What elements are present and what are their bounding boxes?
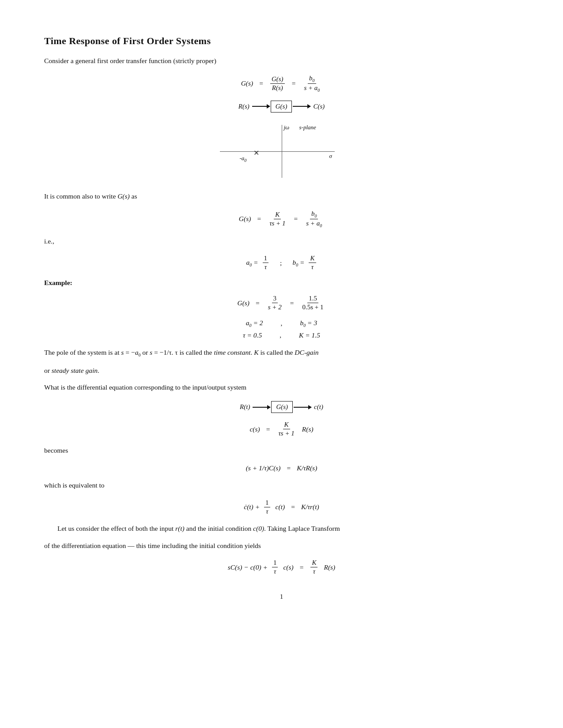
ex-val-tau: τ = 0.5	[243, 331, 262, 339]
eq1-frac2-num: b0	[308, 75, 316, 84]
eq3-frac-den: τ	[263, 263, 268, 271]
pole-paragraph: The pole of the system is at s = −a0 or …	[44, 347, 519, 359]
cs-equation: c(s) = K τs + 1 R(s)	[44, 421, 519, 437]
eq1-frac2: b0 s + a0	[302, 75, 321, 93]
cs-eq-equals: =	[266, 425, 270, 433]
ex-frac1: 3 s + 2	[267, 295, 283, 311]
or-steady-state: or steady state gain.	[44, 365, 519, 376]
ex-val-comma1: ,	[281, 319, 283, 327]
becomes-equals: =	[287, 464, 291, 472]
equation-1: G(s) = G(s) R(s) = b0 s + a0	[44, 75, 519, 93]
becomes-lhs: (s + 1/τ)C(s)	[246, 464, 281, 472]
ie-label: i.e.,	[44, 236, 519, 247]
eq2-frac1-den: τs + 1	[268, 219, 287, 227]
ex-val-comma2: ,	[280, 331, 281, 339]
ode-equals: =	[291, 503, 295, 511]
pole-text: The pole of the system is at s = −a0 or …	[44, 349, 319, 356]
final-eq-lhs1: sC(s) − c(0) +	[228, 563, 268, 571]
splane-haxis	[220, 151, 335, 152]
ex-val-k: K = 1.5	[299, 331, 320, 339]
bd2-arrow1	[253, 407, 270, 408]
splane-plane-label: s-plane	[299, 124, 316, 131]
page-number: 1	[44, 593, 519, 600]
laplace-text2: of the differentiation equation — this t…	[44, 542, 261, 549]
cs-eq-rs: R(s)	[302, 425, 314, 433]
ode-question: What is the differential equation corres…	[44, 382, 519, 393]
cs-frac: K τs + 1	[277, 421, 295, 437]
eq3-frac2-num: K	[309, 255, 316, 263]
ex-frac1-num: 3	[272, 295, 278, 303]
or-text: or steady state gain.	[44, 367, 99, 374]
ex-eq-equals2: =	[290, 299, 294, 307]
splane-jw-label: jω	[284, 124, 290, 131]
eq2-frac2: b0 s + a0	[305, 210, 323, 228]
eq2-lhs: G(s)	[239, 215, 251, 223]
eq2-equals2: =	[294, 215, 298, 223]
ex-frac2: 1.5 0.5s + 1	[301, 295, 325, 311]
write-gs-text: It is common also to write G(s) as	[44, 192, 137, 200]
splane-diagram-container: jω s-plane σ ✕ -a0	[44, 120, 519, 182]
bd1-r-label: R(s)	[238, 103, 249, 110]
splane-pole-cross: ✕	[253, 149, 259, 157]
example-equation: G(s) = 3 s + 2 = 1.5 0.5s + 1	[44, 295, 519, 311]
final-equation: sC(s) − c(0) + 1 τ c(s) = K τ R(s)	[44, 559, 519, 575]
ode-equation: ċ(t) + 1 τ c(t) = K/τr(t)	[44, 499, 519, 515]
example-label: Example:	[44, 279, 519, 287]
ode-lhs1: ċ(t) +	[244, 503, 260, 511]
eq3-frac: 1 τ	[263, 255, 269, 271]
ie-text: i.e.,	[44, 237, 54, 245]
eq1-frac2-den: s + a0	[302, 84, 321, 93]
laplace-paragraph: Let us consider the effect of both the i…	[57, 523, 519, 534]
laplace-paragraph2: of the differentiation equation — this t…	[44, 540, 519, 552]
eq1-equals2: =	[292, 79, 296, 87]
splane-a0-label: -a0	[240, 155, 247, 163]
ode-frac-num: 1	[264, 499, 270, 507]
becomes-text: becomes	[44, 447, 68, 454]
final-eq-equals: =	[300, 563, 304, 571]
bd1-c-label: C(s)	[313, 103, 325, 110]
ex-frac2-den: 0.5s + 1	[301, 303, 325, 311]
eq1-lhs: G(s)	[241, 79, 253, 87]
intro-text: Consider a general first order transfer …	[44, 57, 216, 64]
cs-frac-den: τs + 1	[277, 429, 295, 437]
becomes-equation: (s + 1/τ)C(s) = K/τR(s)	[44, 464, 519, 472]
becomes-rhs: K/τR(s)	[297, 464, 317, 472]
eq3-sep: ;	[280, 259, 282, 267]
ex-frac2-num: 1.5	[307, 295, 318, 303]
intro-paragraph: Consider a general first order transfer …	[44, 56, 519, 67]
bd1-box: G(s)	[271, 101, 292, 113]
bd2-r-label: R(t)	[240, 403, 250, 411]
ex-val-a0: a0 = 2	[246, 319, 263, 328]
final-frac1: 1 τ	[272, 559, 278, 575]
equation-2: G(s) = K τs + 1 = b0 s + a0	[44, 210, 519, 228]
final-frac1-num: 1	[272, 559, 278, 567]
bd1-arrow1	[252, 106, 270, 107]
page-title: Time Response of First Order Systems	[44, 35, 519, 47]
which-text: which is equivalent to	[44, 480, 519, 491]
cs-eq-lhs: c(s)	[249, 425, 260, 433]
eq2-frac1: K τs + 1	[268, 211, 287, 227]
block-diagram-2: R(t) G(s) c(t)	[44, 401, 519, 413]
eq3-frac-num: 1	[263, 255, 269, 263]
splane-sigma-label: σ	[329, 153, 332, 160]
eq1-equals: =	[259, 79, 263, 87]
eq2-frac2-den: s + a0	[305, 219, 323, 228]
ex-frac1-den: s + 2	[267, 303, 283, 311]
bd2-c-label: c(t)	[314, 403, 323, 411]
eq2-frac1-num: K	[274, 211, 281, 219]
ode-frac-den: τ	[264, 507, 269, 515]
bd2-box: G(s)	[271, 401, 293, 413]
ex-val-b0: b0 = 3	[300, 319, 317, 328]
laplace-text1: Let us consider the effect of both the i…	[57, 525, 340, 532]
eq1-frac1: G(s) R(s)	[270, 75, 285, 92]
eq3-frac2: K τ	[309, 255, 316, 271]
which-text-span: which is equivalent to	[44, 481, 104, 489]
final-frac2-num: K	[310, 559, 317, 567]
ode-rhs: K/τr(t)	[301, 503, 319, 511]
ode-lhs2: c(t)	[276, 503, 285, 511]
page-number-text: 1	[280, 593, 283, 600]
eq2-frac2-num: b0	[310, 210, 318, 219]
block-diagram-1: R(s) G(s) C(s)	[44, 101, 519, 113]
final-frac2: K τ	[310, 559, 317, 575]
example-values: a0 = 2 , b0 = 3 τ = 0.5 , K = 1.5	[44, 319, 519, 339]
